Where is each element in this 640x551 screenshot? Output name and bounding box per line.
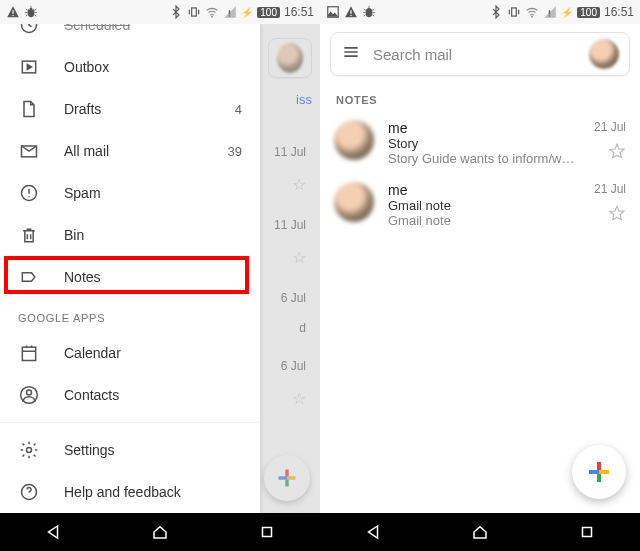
- svg-rect-0: [12, 10, 13, 14]
- nav-drawer: Scheduled Outbox Drafts 4 All mail 39 Sp…: [0, 24, 260, 513]
- home-button[interactable]: [471, 523, 489, 541]
- vibrate-icon: [507, 5, 521, 19]
- svg-rect-5: [192, 8, 197, 16]
- bluetooth-icon: [489, 5, 503, 19]
- sidebar-item-calendar[interactable]: Calendar: [0, 332, 260, 374]
- search-bar[interactable]: Search mail: [330, 32, 630, 76]
- label-icon: [18, 266, 40, 288]
- vibrate-icon: [187, 5, 201, 19]
- svg-rect-20: [350, 10, 351, 14]
- note-subject: Gmail note: [388, 198, 580, 213]
- status-bar: ⚡ 100 16:51: [320, 0, 640, 24]
- clock: 16:51: [284, 5, 314, 19]
- note-snippet: Gmail note: [388, 213, 580, 228]
- star-icon[interactable]: ☆: [292, 248, 312, 267]
- note-sender: me: [388, 182, 580, 198]
- sidebar-item-outbox[interactable]: Outbox: [0, 46, 260, 88]
- sidebar-item-spam[interactable]: Spam: [0, 172, 260, 214]
- svg-rect-8: [229, 16, 230, 17]
- svg-point-3: [29, 9, 30, 10]
- warning-icon: [6, 5, 20, 19]
- note-subject: Story: [388, 136, 580, 151]
- sidebar-item-scheduled[interactable]: Scheduled: [0, 24, 260, 46]
- mail-date: 11 Jul: [274, 218, 312, 232]
- sidebar-item-label: Calendar: [64, 345, 242, 361]
- spam-icon: [18, 182, 40, 204]
- sidebar-item-allmail[interactable]: All mail 39: [0, 130, 260, 172]
- sidebar-item-label: Contacts: [64, 387, 242, 403]
- content-right: Search mail NOTES me Story Story Guide w…: [320, 24, 640, 513]
- drafts-icon: [18, 98, 40, 120]
- battery-level: 100: [577, 7, 600, 18]
- bluetooth-icon: [169, 5, 183, 19]
- star-icon[interactable]: [608, 142, 626, 164]
- sidebar-item-label: Scheduled: [64, 24, 242, 33]
- signal-icon: [543, 5, 557, 19]
- sidebar-item-contacts[interactable]: Contacts: [0, 374, 260, 416]
- svg-point-24: [531, 16, 533, 18]
- back-button[interactable]: [364, 523, 382, 541]
- sidebar-item-label: Notes: [64, 269, 242, 285]
- signal-icon: [223, 5, 237, 19]
- recent-button[interactable]: [578, 523, 596, 541]
- svg-point-2: [28, 8, 35, 17]
- profile-avatar[interactable]: [589, 39, 619, 69]
- svg-rect-13: [22, 347, 35, 360]
- sidebar-item-label: All mail: [64, 143, 228, 159]
- recent-button[interactable]: [258, 523, 276, 541]
- backdrop[interactable]: iss 11 Jul ☆ 11 Jul ☆ 6 Jul d 6 Jul ☆: [260, 24, 320, 513]
- sidebar-item-notes[interactable]: Notes: [0, 256, 260, 298]
- image-icon: [326, 5, 340, 19]
- sidebar-item-label: Spam: [64, 185, 242, 201]
- allmail-icon: [18, 140, 40, 162]
- back-button[interactable]: [44, 523, 62, 541]
- wifi-icon: [525, 5, 539, 19]
- compose-fab[interactable]: [264, 455, 310, 501]
- note-date: 21 Jul: [594, 182, 626, 196]
- clock-icon: [18, 24, 40, 36]
- gear-icon: [18, 439, 40, 461]
- bug-icon: [24, 5, 38, 19]
- clock: 16:51: [604, 5, 634, 19]
- note-item[interactable]: me Gmail note Gmail note 21 Jul: [320, 174, 640, 236]
- phone-left: ⚡ 100 16:51 iss 11 Jul ☆ 11 Jul ☆ 6 Jul …: [0, 0, 320, 551]
- battery-level: 100: [257, 7, 280, 18]
- dismiss-link[interactable]: iss: [296, 92, 312, 107]
- svg-point-14: [27, 390, 32, 395]
- svg-rect-1: [12, 15, 13, 16]
- calendar-icon: [18, 342, 40, 364]
- sidebar-item-label: Settings: [64, 442, 242, 458]
- search-placeholder: Search mail: [373, 46, 577, 63]
- svg-point-6: [211, 16, 213, 18]
- svg-rect-21: [350, 15, 351, 16]
- content-left: iss 11 Jul ☆ 11 Jul ☆ 6 Jul d 6 Jul ☆ Sc…: [0, 24, 320, 513]
- android-navbar: [0, 513, 320, 551]
- note-date: 21 Jul: [594, 120, 626, 134]
- charge-icon: ⚡: [241, 7, 253, 18]
- warning-icon: [344, 5, 358, 19]
- sidebar-item-label: Drafts: [64, 101, 235, 117]
- hamburger-icon[interactable]: [341, 42, 361, 66]
- sidebar-item-count: 39: [228, 144, 242, 159]
- star-icon[interactable]: ☆: [292, 175, 312, 194]
- compose-fab[interactable]: [572, 445, 626, 499]
- note-item[interactable]: me Story Story Guide wants to inform/war…: [320, 112, 640, 174]
- section-title-notes: NOTES: [320, 84, 640, 112]
- mail-date: 6 Jul: [281, 359, 312, 373]
- sidebar-item-help[interactable]: Help and feedback: [0, 471, 260, 513]
- svg-rect-18: [262, 528, 271, 537]
- phone-right: ⚡ 100 16:51 Search mail NOTES me Story S…: [320, 0, 640, 551]
- star-icon[interactable]: ☆: [292, 389, 312, 408]
- star-icon[interactable]: [608, 204, 626, 226]
- section-google-apps: GOOGLE APPS: [0, 298, 260, 332]
- status-bar: ⚡ 100 16:51: [0, 0, 320, 24]
- wifi-icon: [205, 5, 219, 19]
- sidebar-item-drafts[interactable]: Drafts 4: [0, 88, 260, 130]
- svg-point-22: [366, 8, 373, 17]
- outbox-icon: [18, 56, 40, 78]
- mail-date: 6 Jul: [281, 291, 312, 305]
- home-button[interactable]: [151, 523, 169, 541]
- sidebar-item-settings[interactable]: Settings: [0, 429, 260, 471]
- sidebar-item-bin[interactable]: Bin: [0, 214, 260, 256]
- mail-date: d: [299, 321, 312, 335]
